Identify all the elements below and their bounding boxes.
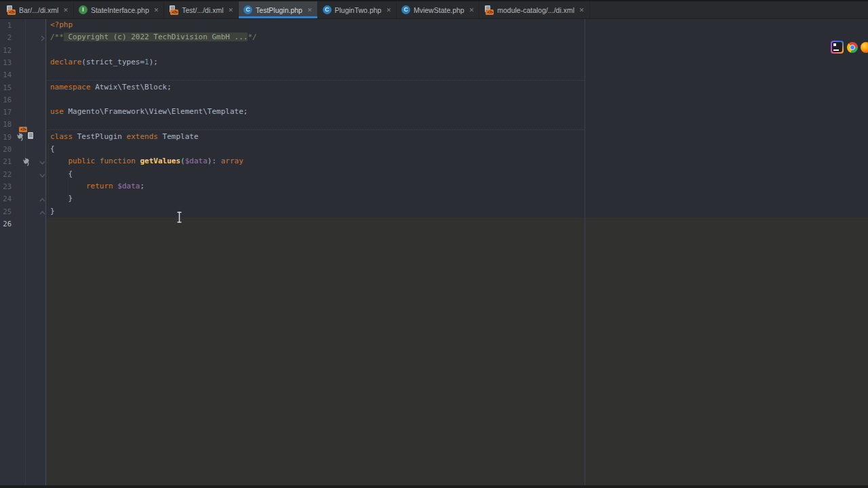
code-line-26[interactable]: 26 — [0, 218, 868, 230]
token — [50, 157, 68, 165]
code-line-24[interactable]: 24 } — [0, 192, 868, 205]
chrome-icon[interactable] — [847, 42, 858, 53]
line-number: 15 — [0, 81, 12, 94]
editor-tab-bar: <?>Bar/.../di.xml✕IStateInterface.php✕<?… — [0, 1, 868, 19]
code-line-12[interactable]: 12 — [0, 44, 868, 56]
code-text: } — [50, 192, 73, 205]
code-line-1[interactable]: 1<?php — [0, 19, 868, 31]
tab-close-icon[interactable]: ✕ — [579, 7, 585, 14]
token: Template — [158, 132, 199, 141]
ide-window: <?>Bar/.../di.xml✕IStateInterface.php✕<?… — [0, 0, 868, 488]
php-class-icon: C — [323, 5, 332, 14]
code-line-25[interactable]: 25} — [0, 205, 868, 218]
code-line-14[interactable]: 14 — [0, 68, 868, 81]
code-line-19[interactable]: 19<?>class TestPlugin extends Template — [0, 131, 868, 143]
line-number: 2 — [0, 31, 12, 43]
fold-marker-icon[interactable] — [39, 207, 46, 216]
plugin-icon[interactable] — [16, 132, 25, 141]
token: $data — [185, 157, 208, 165]
code-line-23[interactable]: 23 return $data; — [0, 180, 868, 192]
line-number: 18 — [0, 118, 12, 130]
line-number: 23 — [0, 180, 12, 192]
tab-label: Test/.../di.xml — [182, 6, 223, 14]
tab-close-icon[interactable]: ✕ — [469, 7, 475, 14]
tab-label: TestPlugin.php — [256, 6, 302, 14]
fold-marker-icon[interactable] — [39, 195, 46, 203]
line-number: 14 — [0, 68, 12, 81]
token: ( — [180, 157, 185, 165]
line-number: 26 — [0, 218, 12, 230]
tab-close-icon[interactable]: ✕ — [386, 7, 391, 14]
tab-label: MviewState.php — [414, 6, 465, 14]
token: use — [50, 107, 64, 116]
plugin-icon[interactable] — [22, 157, 31, 166]
phpstorm-icon[interactable] — [831, 41, 844, 54]
code-line-18[interactable]: 18 — [0, 118, 868, 130]
folded-region[interactable]: Copyright (c) 2022 TechDivision GmbH ... — [64, 33, 248, 41]
code-text: public function getValues($data): array — [50, 155, 243, 167]
tab-close-icon[interactable]: ✕ — [63, 7, 68, 14]
code-text: { — [50, 143, 55, 155]
fold-marker-icon[interactable] — [39, 33, 46, 41]
tab-plugintwo-php[interactable]: CPluginTwo.php✕ — [318, 1, 397, 18]
tab-stateinterface-php[interactable]: IStateInterface.php✕ — [74, 1, 164, 18]
token: /** — [50, 33, 64, 41]
code-line-22[interactable]: 22 { — [0, 168, 868, 180]
tab-mviewstate-php[interactable]: CMviewState.php✕ — [397, 1, 479, 18]
tab-testplugin-php[interactable]: CTestPlugin.php✕ — [239, 1, 317, 18]
firefox-icon[interactable] — [861, 42, 868, 53]
line-number: 16 — [0, 94, 12, 106]
token: */ — [248, 33, 256, 41]
php-class-icon: C — [243, 5, 252, 14]
window-bottom-edge — [0, 485, 868, 488]
fold-marker-icon[interactable] — [39, 170, 46, 178]
tab-test-di-xml[interactable]: <?>Test/.../di.xml✕ — [164, 1, 239, 18]
token: (strict_types= — [81, 58, 144, 66]
token: TestPlugin — [73, 132, 126, 141]
tab-close-icon[interactable]: ✕ — [307, 7, 313, 14]
tab-close-icon[interactable]: ✕ — [229, 7, 234, 14]
token: } — [50, 207, 55, 216]
code-text: declare(strict_types=1); — [50, 56, 158, 68]
code-text: class TestPlugin extends Template — [50, 131, 199, 143]
line-number: 13 — [0, 56, 12, 68]
code-line-16[interactable]: 16 — [0, 94, 868, 106]
code-text: /** Copyright (c) 2022 TechDivision GmbH… — [50, 31, 257, 43]
token: } — [50, 194, 73, 203]
token: extends — [127, 132, 158, 141]
xml-file-icon: <?> — [484, 5, 494, 15]
token: ); — [149, 58, 158, 66]
tab-label: module-catalog/.../di.xml — [497, 6, 574, 14]
tab-close-icon[interactable]: ✕ — [154, 7, 159, 14]
code-text: <?php — [50, 19, 73, 31]
code-text: return $data; — [50, 180, 144, 192]
code-line-2[interactable]: 2/** Copyright (c) 2022 TechDivision Gmb… — [0, 31, 868, 43]
code-text: use Magento\Framework\View\Element\Templ… — [50, 106, 248, 118]
fold-marker-icon[interactable] — [39, 157, 46, 165]
code-line-20[interactable]: 20{ — [0, 143, 868, 155]
text-ibeam-cursor — [175, 211, 184, 226]
php-interface-icon: I — [79, 5, 87, 14]
line-number: 17 — [0, 106, 12, 118]
code-line-15[interactable]: 15namespace Atwix\Test\Block; — [0, 81, 868, 94]
token: declare — [50, 58, 81, 66]
tab-module-catalog-di-xml[interactable]: <?>module-catalog/.../di.xml✕ — [479, 1, 589, 18]
line-number: 1 — [0, 19, 12, 31]
code-line-17[interactable]: 17use Magento\Framework\View\Element\Tem… — [0, 106, 868, 118]
floating-app-icons — [831, 41, 868, 57]
tab-label: StateInterface.php — [91, 6, 149, 14]
tab-bar-di-xml[interactable]: <?>Bar/.../di.xml✕ — [1, 1, 74, 18]
token: Magento\Framework\View\Element\Template; — [64, 107, 248, 116]
code-text: namespace Atwix\Test\Block; — [50, 81, 172, 94]
code-text: } — [50, 205, 55, 218]
tab-label: Bar/.../di.xml — [19, 6, 58, 14]
code-line-21[interactable]: 21 public function getValues($data): arr… — [0, 155, 868, 167]
xml-file-icon: <?> — [169, 5, 178, 15]
token: <?php — [50, 20, 73, 29]
line-number: 22 — [0, 168, 12, 180]
line-number: 12 — [0, 44, 12, 56]
php-class-icon: C — [401, 5, 410, 14]
tab-label: PluginTwo.php — [335, 6, 382, 14]
code-line-13[interactable]: 13declare(strict_types=1); — [0, 56, 868, 68]
line-number: 24 — [0, 192, 12, 205]
